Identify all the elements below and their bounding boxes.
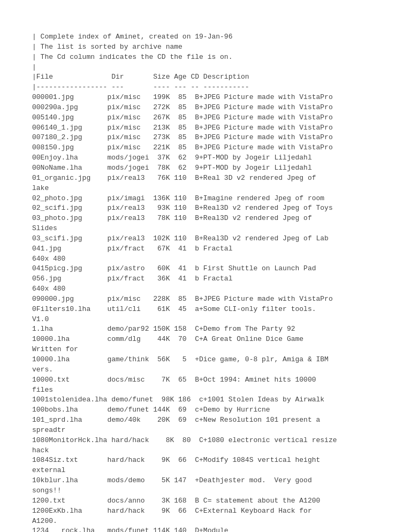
terminal-output: | Complete index of Aminet, created on 1… <box>32 32 379 532</box>
